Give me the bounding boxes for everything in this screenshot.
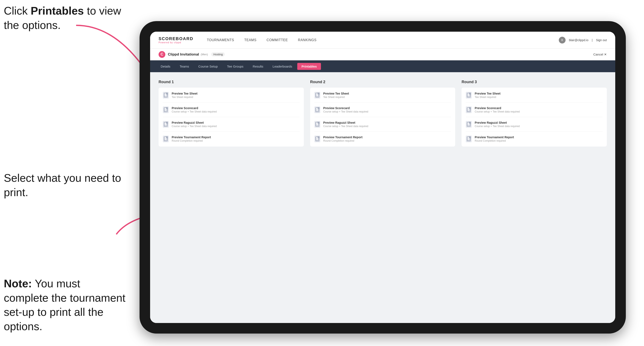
document-icon <box>314 106 320 113</box>
divider <box>163 132 300 132</box>
print-sub-label: Course setup + Tee Sheet data required <box>475 110 520 113</box>
tab-teams[interactable]: Teams <box>176 63 193 70</box>
top-nav-links: TOURNAMENTS TEAMS COMMITTEE RANKINGS <box>206 38 558 42</box>
print-text-group: Preview Tee SheetTee Sheet required <box>475 92 500 99</box>
tab-leaderboards[interactable]: Leaderboards <box>268 63 296 70</box>
svg-rect-8 <box>164 122 167 126</box>
round-title-1: Round 1 <box>158 80 304 84</box>
print-label: Preview Raguzzi Sheet <box>172 121 217 124</box>
tablet-screen: SCOREBOARD Powered by clippd TOURNAMENTS… <box>150 32 615 323</box>
logo-sub: Powered by clippd <box>158 41 193 44</box>
rounds-grid: Round 1 Preview Tee SheetTee Sheet requi… <box>158 80 607 147</box>
tournament-logo: C <box>158 51 165 58</box>
print-text-group: Preview ScorecardCourse setup + Tee Shee… <box>475 106 520 113</box>
print-sub-label: Round Completion required <box>475 139 514 142</box>
print-item-r2-1[interactable]: Preview Tee SheetTee Sheet required <box>314 92 451 99</box>
nav-teams[interactable]: TEAMS <box>243 38 257 42</box>
logo-area: SCOREBOARD Powered by clippd <box>158 36 193 44</box>
print-text-group: Preview Tee SheetTee Sheet required <box>172 92 198 99</box>
print-sub-label: Tee Sheet required <box>323 96 349 99</box>
print-text-group: Preview Tournament ReportRound Completio… <box>172 136 211 142</box>
svg-rect-2 <box>164 93 167 96</box>
tab-results[interactable]: Results <box>248 63 268 70</box>
print-item-r3-3[interactable]: Preview Raguzzi SheetCourse setup + Tee … <box>466 121 602 128</box>
print-label: Preview Scorecard <box>475 106 520 110</box>
nav-rankings[interactable]: RANKINGS <box>297 38 317 42</box>
top-nav: SCOREBOARD Powered by clippd TOURNAMENTS… <box>150 32 615 48</box>
print-sub-label: Course setup + Tee Sheet data required <box>172 110 217 113</box>
divider <box>466 132 602 132</box>
document-icon <box>163 121 169 128</box>
divider <box>466 117 602 117</box>
print-label: Preview Tournament Report <box>323 136 362 139</box>
print-sub-label: Round Completion required <box>323 139 362 142</box>
round-column-3: Round 3 Preview Tee SheetTee Sheet requi… <box>462 80 607 147</box>
document-icon <box>163 92 169 99</box>
tablet-device: SCOREBOARD Powered by clippd TOURNAMENTS… <box>140 21 626 334</box>
print-item-r1-3[interactable]: Preview Raguzzi SheetCourse setup + Tee … <box>163 121 300 128</box>
svg-rect-5 <box>164 108 167 111</box>
sub-nav: Details Teams Course Setup Tee Groups Re… <box>150 60 615 72</box>
print-sub-label: Round Completion required <box>172 139 211 142</box>
svg-rect-20 <box>316 122 318 126</box>
svg-rect-11 <box>164 137 167 140</box>
nav-tournaments[interactable]: TOURNAMENTS <box>206 38 235 42</box>
print-label: Preview Tee Sheet <box>323 92 349 95</box>
top-nav-right: B blair@clippd.io | Sign out <box>559 37 607 43</box>
cancel-button[interactable]: Cancel ✕ <box>593 53 607 56</box>
print-text-group: Preview Raguzzi SheetCourse setup + Tee … <box>172 121 217 128</box>
print-item-r2-4[interactable]: Preview Tournament ReportRound Completio… <box>314 136 451 142</box>
round-card-3: Preview Tee SheetTee Sheet required Prev… <box>462 88 607 147</box>
print-label: Preview Raguzzi Sheet <box>475 121 520 124</box>
divider <box>466 102 602 103</box>
round-title-2: Round 2 <box>310 80 456 84</box>
tournament-name: Clippd Invitational <box>168 52 199 57</box>
svg-rect-14 <box>316 93 318 96</box>
user-avatar: B <box>559 37 566 43</box>
round-card-2: Preview Tee SheetTee Sheet required Prev… <box>310 88 456 147</box>
sign-out-link[interactable]: Sign out <box>596 38 607 42</box>
svg-rect-29 <box>467 108 470 111</box>
print-label: Preview Scorecard <box>172 106 217 110</box>
svg-rect-26 <box>467 93 470 96</box>
document-icon <box>466 136 472 142</box>
document-icon <box>466 106 472 113</box>
print-item-r3-1[interactable]: Preview Tee SheetTee Sheet required <box>466 92 602 99</box>
tab-tee-groups[interactable]: Tee Groups <box>223 63 248 70</box>
document-icon <box>163 136 169 142</box>
print-item-r3-2[interactable]: Preview ScorecardCourse setup + Tee Shee… <box>466 106 602 113</box>
svg-rect-17 <box>316 108 318 111</box>
print-item-r1-1[interactable]: Preview Tee SheetTee Sheet required <box>163 92 300 99</box>
logo-title: SCOREBOARD <box>158 36 193 41</box>
divider <box>314 117 451 117</box>
print-item-r2-3[interactable]: Preview Raguzzi SheetCourse setup + Tee … <box>314 121 451 128</box>
annotation-top: Click Printables to view the options. <box>4 4 126 32</box>
document-icon <box>314 121 320 128</box>
print-item-r1-2[interactable]: Preview ScorecardCourse setup + Tee Shee… <box>163 106 300 113</box>
print-item-r3-4[interactable]: Preview Tournament ReportRound Completio… <box>466 136 602 142</box>
print-sub-label: Tee Sheet required <box>172 96 198 99</box>
print-label: Preview Scorecard <box>323 106 368 110</box>
print-sub-label: Course setup + Tee Sheet data required <box>172 125 217 128</box>
divider <box>314 102 451 103</box>
print-sub-label: Tee Sheet required <box>475 96 500 99</box>
annotation-middle: Select what you need to print. <box>4 171 122 199</box>
tournament-badge: (Men) <box>201 53 208 56</box>
document-icon <box>314 92 320 99</box>
print-label: Preview Raguzzi Sheet <box>323 121 368 124</box>
round-column-2: Round 2 Preview Tee SheetTee Sheet requi… <box>310 80 456 147</box>
main-content: Round 1 Preview Tee SheetTee Sheet requi… <box>150 72 615 323</box>
tab-details[interactable]: Details <box>156 63 175 70</box>
print-sub-label: Course setup + Tee Sheet data required <box>323 125 368 128</box>
print-item-r2-2[interactable]: Preview ScorecardCourse setup + Tee Shee… <box>314 106 451 113</box>
document-icon <box>163 106 169 113</box>
svg-rect-23 <box>316 137 318 140</box>
user-email: blair@clippd.io <box>569 38 588 42</box>
round-column-1: Round 1 Preview Tee SheetTee Sheet requi… <box>158 80 304 147</box>
print-item-r1-4[interactable]: Preview Tournament ReportRound Completio… <box>163 136 300 142</box>
nav-committee[interactable]: COMMITTEE <box>266 38 289 42</box>
tab-course-setup[interactable]: Course Setup <box>194 63 222 70</box>
print-text-group: Preview Raguzzi SheetCourse setup + Tee … <box>475 121 520 128</box>
tab-printables[interactable]: Printables <box>297 63 321 70</box>
print-text-group: Preview Tee SheetTee Sheet required <box>323 92 349 99</box>
